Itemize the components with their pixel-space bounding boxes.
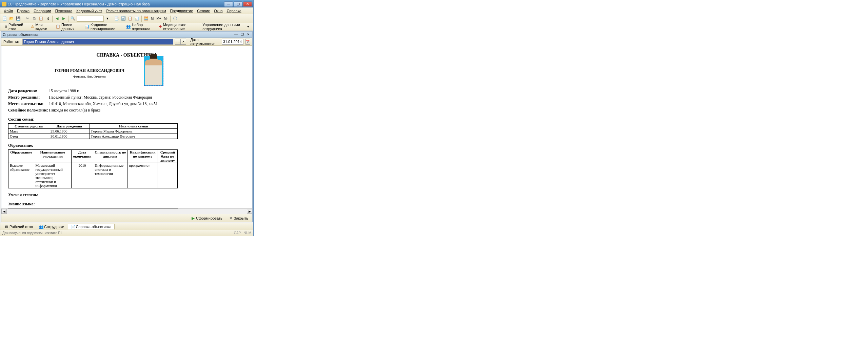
desktop-icon: 🖥 <box>4 225 8 229</box>
worker-select-button[interactable]: … <box>175 39 181 45</box>
search-go-icon[interactable]: ▾ <box>104 16 111 22</box>
nav-insurance[interactable]: ✚Медицинское страхование <box>156 22 199 32</box>
navbar: 🖥Рабочий стол ⚠Мои задачи 📋Поиск данных … <box>0 23 253 30</box>
worker-label: Работник: <box>3 40 20 44</box>
doc-title: СПРАВКА - ОБЪЕКТИВКА <box>8 53 245 58</box>
tab-desktop[interactable]: 🖥Рабочий стол <box>2 224 36 229</box>
menubar: Файл Правка Операции Персонал Кадровый у… <box>0 7 253 14</box>
maximize-button[interactable]: ▢ <box>234 1 242 7</box>
close-report-button[interactable]: ✕Закрыть <box>227 215 250 221</box>
desktop-icon: 🖥 <box>4 24 7 29</box>
worker-clear-button[interactable]: ✕ <box>181 39 186 45</box>
menu-file[interactable]: Файл <box>2 8 15 14</box>
menu-hr[interactable]: Кадровый учет <box>74 8 104 14</box>
save-icon[interactable]: 💾 <box>15 16 21 22</box>
scroll-track[interactable] <box>7 209 247 214</box>
m-plus-button[interactable]: M+ <box>155 17 162 20</box>
scroll-right-icon[interactable]: ▶ <box>247 209 252 214</box>
action-bar: ▶Сформировать ✕Закрыть <box>1 214 252 222</box>
horizontal-scrollbar[interactable]: ◀ ▶ <box>1 208 252 214</box>
nav-label: Кадровое планирование <box>91 23 121 31</box>
dropdown-icon: ▾ <box>246 24 250 29</box>
tab-employees[interactable]: 👥Сотрудники <box>36 224 67 229</box>
m-button[interactable]: M <box>150 17 155 20</box>
menu-enterprise[interactable]: Предприятие <box>168 8 195 14</box>
close-button[interactable]: ✕ <box>243 1 252 7</box>
search-input[interactable] <box>77 16 104 22</box>
nav-search[interactable]: 📋Поиск данных <box>54 22 80 32</box>
nav-tasks[interactable]: ⚠Мои задачи <box>29 22 52 32</box>
menu-edit[interactable]: Правка <box>15 8 32 14</box>
table-row: Высшее образованиеМосковский государстве… <box>8 163 178 188</box>
calc-icon[interactable]: 🧮 <box>143 16 149 22</box>
birth-place-value: Населенный пункт: Москва, страна: Россий… <box>49 95 245 100</box>
sub-title: Справка-объективка <box>3 33 233 37</box>
scroll-left-icon[interactable]: ◀ <box>1 209 7 214</box>
menu-help[interactable]: Справка <box>225 8 243 14</box>
print-icon[interactable]: 🖨 <box>45 16 51 22</box>
birth-date-value: 15 августа 1988 г. <box>49 88 245 94</box>
tool-1-icon[interactable]: 📑 <box>114 16 120 22</box>
date-picker-button[interactable]: 📅 <box>245 39 250 45</box>
degree-title: Ученая степень: <box>8 192 245 198</box>
search-icon[interactable]: 🔍 <box>70 16 76 22</box>
help-icon[interactable]: ⓘ <box>172 16 178 22</box>
sub-restore-icon[interactable]: ❐ <box>239 32 245 37</box>
copy-icon[interactable]: ⧉ <box>31 16 37 22</box>
status-num: NUM <box>243 231 251 235</box>
bottom-tabs: 🖥Рабочий стол 👥Сотрудники 📄Справка-объек… <box>0 223 253 230</box>
sub-minimize-icon[interactable]: — <box>233 32 239 37</box>
tool-4-icon[interactable]: 📊 <box>134 16 140 22</box>
sub-titlebar: Справка-объективка — ❐ ✕ <box>1 32 252 38</box>
menu-payroll[interactable]: Расчет зарплаты по организациям <box>104 8 168 14</box>
nav-planning[interactable]: 📊Кадровое планирование <box>83 22 123 32</box>
employee-name: ГОРИН РОМАН АЛЕКСАНДРОВИЧ <box>55 68 124 73</box>
employees-icon: 👥 <box>39 225 43 229</box>
menu-operations[interactable]: Операции <box>32 8 53 14</box>
m-minus-button[interactable]: M- <box>163 17 169 20</box>
tab-report[interactable]: 📄Справка-объективка <box>68 224 115 229</box>
sub-close-icon[interactable]: ✕ <box>245 32 251 37</box>
cut-icon[interactable]: ✂ <box>24 16 31 22</box>
birth-date-label: Дата рождения: <box>8 88 49 94</box>
menu-windows[interactable]: Окна <box>212 8 225 14</box>
minimize-button[interactable]: — <box>224 1 233 7</box>
document-area[interactable]: СПРАВКА - ОБЪЕКТИВКА ГОРИН РОМАН АЛЕКСАН… <box>1 46 252 208</box>
forward-icon[interactable]: ▶ <box>61 16 67 22</box>
birth-place-label: Место рождения: <box>8 95 49 100</box>
nav-recruit[interactable]: 👥Набор персонала <box>124 22 155 32</box>
tool-2-icon[interactable]: 🔄 <box>120 16 126 22</box>
date-field[interactable] <box>222 39 243 45</box>
education-table: ОбразованиеНаименование учрежденияДата о… <box>8 149 178 188</box>
tool-3-icon[interactable]: 📋 <box>127 16 133 22</box>
status-cap: CAP <box>234 231 241 235</box>
marital-value: Никогда не состоял(а) в браке <box>49 108 245 113</box>
marital-label: Семейное положение: <box>8 108 49 113</box>
residence-label: Место жительства: <box>8 101 49 106</box>
status-hint: Для получения подсказки нажмите F1 <box>2 231 231 235</box>
close-icon: ✕ <box>229 216 233 221</box>
menu-service[interactable]: Сервис <box>195 8 212 14</box>
document-icon: 📄 <box>71 225 75 229</box>
app-window: 1С:Предприятие - Зарплата и Управление П… <box>0 0 254 236</box>
date-label: Дата актуальности: <box>190 38 219 46</box>
paste-icon[interactable]: 📋 <box>38 16 44 22</box>
family-table: Степень родстваДата рожденияИмя члена се… <box>8 123 178 139</box>
table-row: Мать25.06.1966Горина Мария Фёдоровна <box>8 129 178 134</box>
open-icon[interactable]: 📂 <box>8 16 15 22</box>
language-table: ЯзыкСтепень знания АнглийскийЧитает и мо… <box>8 208 178 208</box>
employee-photo <box>144 56 163 86</box>
back-icon[interactable]: ◀ <box>54 16 60 22</box>
sub-window: Справка-объективка — ❐ ✕ Работник: Горин… <box>1 31 253 222</box>
worker-field[interactable]: Горин Роман Александрович <box>22 39 173 45</box>
insurance-icon: ✚ <box>158 24 162 29</box>
generate-button[interactable]: ▶Сформировать <box>190 215 224 221</box>
play-icon: ▶ <box>192 216 195 221</box>
nav-desktop[interactable]: 🖥Рабочий стол <box>2 22 27 32</box>
titlebar: 1С:Предприятие - Зарплата и Управление П… <box>0 0 253 7</box>
nav-label: Набор персонала <box>132 23 153 31</box>
menu-personnel[interactable]: Персонал <box>53 8 75 14</box>
new-icon[interactable]: 📄 <box>2 16 8 22</box>
nav-employee-data[interactable]: Управление данными сотрудника▾ <box>200 22 252 32</box>
nav-label: Рабочий стол <box>8 23 25 31</box>
